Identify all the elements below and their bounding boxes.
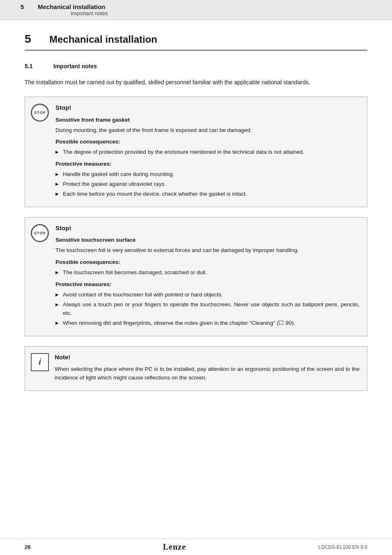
list-item: Protect the gasket against ultraviolet r…: [55, 180, 360, 189]
stop-icon-2: STOP: [31, 224, 50, 243]
warning-box-2-consequences-list: The touchscreen foil becomes damaged, sc…: [55, 268, 360, 277]
footer: 26 Lenze LDCDS-EL100 EN 9.0: [0, 539, 392, 555]
main-content: 5 Mechanical installation 5.1 Important …: [0, 20, 392, 426]
chapter-title: Mechanical installation: [49, 34, 157, 45]
intro-paragraph: The installation must be carried out by …: [25, 78, 367, 87]
stop-icon-1: STOP: [31, 104, 50, 123]
warning-box-1-text: During mounting, the gasket of the front…: [55, 126, 360, 135]
chapter-heading: 5 Mechanical installation: [25, 32, 367, 51]
header-subtitle: Important notes: [38, 10, 108, 16]
chapter-number: 5: [25, 32, 41, 46]
warning-box-1-measures-label: Protective measures:: [55, 160, 360, 169]
note-box-header: Note!: [55, 352, 360, 362]
info-icon: i: [31, 353, 49, 371]
warning-box-1: STOP Stop! Sensitive front frame gasket …: [25, 97, 367, 207]
warning-box-1-measures-list: Handle the gasket with care during mount…: [55, 170, 360, 199]
warning-box-1-content: Stop! Sensitive front frame gasket Durin…: [55, 103, 360, 201]
warning-box-1-consequences-label: Possible consequences:: [55, 138, 360, 146]
list-item: Handle the gasket with care during mount…: [55, 170, 360, 179]
warning-box-2-consequences-label: Possible consequences:: [55, 258, 360, 267]
warning-box-1-consequences-list: The degree of protection provided by the…: [55, 148, 360, 157]
list-item: When removing dirt and fingerprints, obs…: [55, 319, 360, 328]
warning-box-2-measures-label: Protective measures:: [55, 280, 360, 289]
header-bar: 5 Mechanical installation Important note…: [0, 0, 392, 20]
warning-box-2-measures-list: Avoid contact of the touchscreen foil wi…: [55, 291, 360, 328]
list-item: Always use a touch pen or your fingers t…: [55, 301, 360, 318]
section-number: 5.1: [25, 63, 45, 69]
list-item: The touchscreen foil becomes damaged, sc…: [55, 268, 360, 277]
list-item: The degree of protection provided by the…: [55, 148, 360, 157]
footer-logo: Lenze: [163, 542, 186, 552]
header-chapter-num: 5: [21, 3, 33, 10]
list-item: Avoid contact of the touchscreen foil wi…: [55, 291, 360, 299]
warning-box-2-content: Stop! Sensitive touchscreen surface The …: [55, 223, 360, 330]
footer-page-number: 26: [25, 544, 30, 550]
warning-box-1-header: Stop!: [55, 103, 360, 112]
section-title: Important notes: [53, 63, 97, 69]
warning-box-2-header: Stop!: [55, 223, 360, 233]
warning-box-2-subtitle: Sensitive touchscreen surface: [55, 236, 360, 245]
warning-box-1-subtitle: Sensitive front frame gasket: [55, 116, 360, 125]
note-box: i Note! When selecting the place where t…: [25, 346, 367, 391]
section-heading: 5.1 Important notes: [25, 63, 367, 69]
warning-box-2: STOP Stop! Sensitive touchscreen surface…: [25, 217, 367, 336]
header-title: Mechanical installation: [38, 3, 105, 10]
note-box-content: Note! When selecting the place where the…: [55, 352, 360, 385]
warning-box-2-text: The touchscreen foil is very sensitive t…: [55, 246, 360, 255]
footer-doc-id: LDCDS-EL100 EN 9.0: [318, 544, 367, 550]
list-item: Each time before you mount the device, c…: [55, 190, 360, 199]
note-box-text: When selecting the place where the PC is…: [55, 365, 360, 382]
